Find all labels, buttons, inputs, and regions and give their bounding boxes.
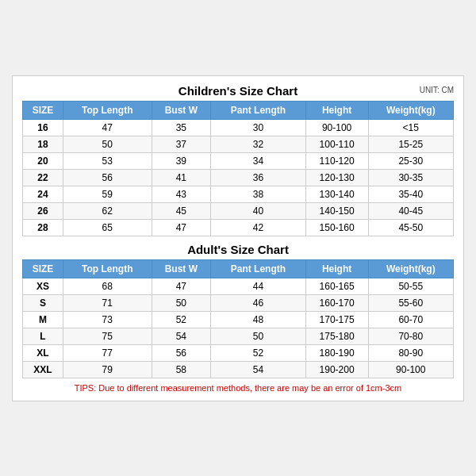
table-cell: 42 [211, 219, 306, 236]
table-cell: XS [23, 278, 63, 294]
table-cell: 16 [23, 119, 63, 136]
table-cell: 50 [211, 328, 306, 344]
table-cell: 170-175 [305, 311, 368, 328]
adult-header-bust-w: Bust W [152, 259, 211, 278]
table-cell: 75 [63, 328, 152, 344]
table-row: 28654742150-16045-50 [23, 219, 454, 236]
table-cell: 47 [152, 278, 211, 294]
table-cell: 34 [211, 152, 306, 169]
table-cell: 40-45 [368, 202, 453, 219]
adult-header-size: SIZE [23, 259, 63, 278]
adult-title-row: Adult's Size Chart [22, 243, 454, 256]
table-row: 22564136120-13030-35 [23, 169, 454, 186]
table-cell: 58 [152, 361, 211, 378]
header-size: SIZE [23, 101, 63, 119]
table-cell: 100-110 [305, 136, 368, 152]
table-row: M735248170-17560-70 [23, 311, 454, 328]
table-cell: 70-80 [368, 328, 453, 344]
tips-text: TIPS: Due to different measurement metho… [75, 383, 401, 393]
table-cell: 79 [63, 361, 152, 378]
table-cell: 30-35 [368, 169, 453, 186]
table-cell: 175-180 [305, 328, 368, 344]
table-cell: 52 [211, 344, 306, 361]
table-cell: 52 [152, 311, 211, 328]
table-cell: 60-70 [368, 311, 453, 328]
table-cell: 37 [152, 136, 211, 152]
table-cell: 90-100 [368, 361, 453, 378]
table-cell: 50 [63, 136, 152, 152]
table-cell: 90-100 [305, 119, 368, 136]
tips-row: TIPS: Due to different measurement metho… [22, 383, 454, 393]
table-cell: 40 [211, 202, 306, 219]
adult-header-height: Height [305, 259, 368, 278]
children-table: SIZE Top Length Bust W Pant Length Heigh… [22, 101, 454, 236]
table-cell: 36 [211, 169, 306, 186]
table-cell: 20 [23, 152, 63, 169]
table-cell: 18 [23, 136, 63, 152]
table-cell: 56 [152, 344, 211, 361]
table-cell: 35 [152, 119, 211, 136]
table-row: 20533934110-12025-30 [23, 152, 454, 169]
header-pant-length: Pant Length [211, 101, 306, 119]
table-cell: 47 [152, 219, 211, 236]
table-row: 26624540140-15040-45 [23, 202, 454, 219]
unit-label: UNIT: CM [420, 86, 454, 94]
table-cell: 53 [63, 152, 152, 169]
children-title-row: Children's Size Chart UNIT: CM [22, 84, 454, 98]
table-cell: 30 [211, 119, 306, 136]
table-row: XS684744160-16550-55 [23, 278, 454, 294]
table-row: XXL795854190-20090-100 [23, 361, 454, 378]
children-section-title: Children's Size Chart [178, 84, 298, 98]
table-cell: 24 [23, 186, 63, 202]
header-bust-w: Bust W [152, 101, 211, 119]
table-cell: 32 [211, 136, 306, 152]
table-cell: 130-140 [305, 186, 368, 202]
header-top-length: Top Length [63, 101, 152, 119]
table-cell: 71 [63, 294, 152, 311]
table-cell: <15 [368, 119, 453, 136]
table-cell: 25-30 [368, 152, 453, 169]
table-cell: 46 [211, 294, 306, 311]
header-height: Height [305, 101, 368, 119]
table-cell: 50 [152, 294, 211, 311]
table-cell: S [23, 294, 63, 311]
table-row: XL775652180-19080-90 [23, 344, 454, 361]
table-cell: L [23, 328, 63, 344]
table-cell: 22 [23, 169, 63, 186]
table-row: 1647353090-100<15 [23, 119, 454, 136]
table-cell: 140-150 [305, 202, 368, 219]
table-cell: 38 [211, 186, 306, 202]
table-row: S715046160-17055-60 [23, 294, 454, 311]
table-cell: 65 [63, 219, 152, 236]
children-header-row: SIZE Top Length Bust W Pant Length Heigh… [23, 101, 454, 119]
table-cell: 43 [152, 186, 211, 202]
table-cell: 26 [23, 202, 63, 219]
table-cell: 68 [63, 278, 152, 294]
adult-table: SIZE Top Length Bust W Pant Length Heigh… [22, 259, 454, 378]
table-cell: 54 [211, 361, 306, 378]
adult-header-top-length: Top Length [63, 259, 152, 278]
table-cell: 73 [63, 311, 152, 328]
table-cell: 59 [63, 186, 152, 202]
table-cell: 180-190 [305, 344, 368, 361]
table-cell: 110-120 [305, 152, 368, 169]
table-cell: 190-200 [305, 361, 368, 378]
table-row: 18503732100-11015-25 [23, 136, 454, 152]
table-cell: 15-25 [368, 136, 453, 152]
table-cell: 160-170 [305, 294, 368, 311]
table-cell: 80-90 [368, 344, 453, 361]
table-cell: 44 [211, 278, 306, 294]
table-cell: 48 [211, 311, 306, 328]
table-cell: XXL [23, 361, 63, 378]
table-cell: 150-160 [305, 219, 368, 236]
adult-header-weight: Weight(kg) [368, 259, 453, 278]
table-cell: 35-40 [368, 186, 453, 202]
table-cell: 41 [152, 169, 211, 186]
table-cell: M [23, 311, 63, 328]
table-cell: 50-55 [368, 278, 453, 294]
table-row: 24594338130-14035-40 [23, 186, 454, 202]
adult-header-pant-length: Pant Length [211, 259, 306, 278]
table-cell: 54 [152, 328, 211, 344]
adult-section-title: Adult's Size Chart [187, 243, 289, 256]
table-cell: 62 [63, 202, 152, 219]
